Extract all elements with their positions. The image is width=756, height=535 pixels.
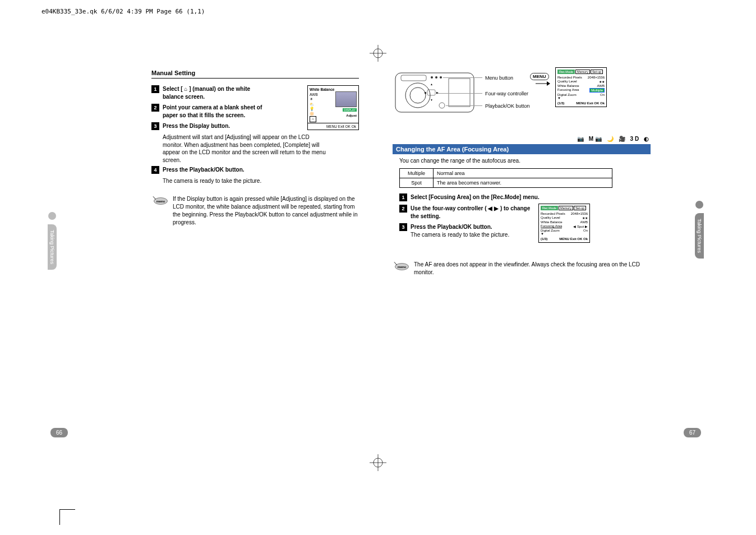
step-number-icon: 2 [399,205,407,213]
lcd-val: On [583,229,588,232]
svg-rect-8 [395,73,474,112]
step-text: Press the Playback/OK button. [411,224,492,230]
step-number-icon: 1 [399,193,407,201]
svg-text:memo: memo [156,199,165,202]
page-left: Taking Pictures Manual Setting White Bal… [101,67,359,421]
label-menu-button: Menu button [485,75,513,81]
lcd-key: Focusing Area [557,88,579,93]
step-number-icon: 3 [399,223,407,231]
tab: Rec.Mode [557,70,575,74]
lcd-hint: MENU Exit OK Ok [576,102,605,105]
registration-mark-bottom [370,454,386,471]
memo-text: The AF area does not appear in the viewf… [414,261,651,276]
cell: Multiple [400,169,434,178]
af-area-table: MultipleNormal area SpotThe area becomes… [399,168,612,188]
registration-mark-top [370,45,386,62]
cell: The area becomes narrower. [434,178,612,188]
tab: Set-up [574,206,586,210]
step-1: 1 Select [Focusing Area] on the [Rec.Mod… [399,193,651,201]
step-number-icon: 4 [151,166,159,174]
side-tab-label: Taking Pictures [697,219,702,253]
step-number-icon: 3 [151,122,159,130]
camera-illustration: ▲ ▼ ◀ ▶ [393,67,477,118]
step-text: Press the Playback/OK button. [163,167,245,173]
side-tab-label: Taking Pictures [49,230,55,264]
lcd-key: Focusing Area [541,224,562,228]
side-dot-icon [48,212,56,220]
page-spread: Taking Pictures Manual Setting White Bal… [101,67,651,421]
svg-rect-11 [449,79,470,107]
lcd-val: AWB [597,84,605,87]
memo-text: If the Display button is again pressed w… [173,195,359,227]
svg-rect-20 [427,90,435,95]
lcd-key: White Balance [541,220,563,224]
lcd-val: ◀ Spot ▶ [573,224,588,228]
tab: Memory [559,206,573,210]
step-1: 1 Select [ ⌂ ] (manual) on the white bal… [151,85,272,100]
lcd-val: ★★ [582,216,588,220]
step-text: Press the Display button. [163,123,230,129]
step-text: Select [Focusing Area] on the [Rec.Mode]… [411,194,540,200]
svg-point-13 [431,76,433,79]
tab: Rec.Mode [541,206,558,210]
lcd-hint: MENU Exit OK Ok [559,237,588,241]
memo-icon: memo [393,261,409,271]
lcd-key: Digital Zoom [557,93,577,96]
label-fourway: Four-way controller [485,91,528,96]
side-tab-left: Taking Pictures [48,224,57,270]
svg-text:▶: ▶ [436,91,439,94]
memo-block: memo If the Display button is again pres… [151,195,359,227]
svg-point-14 [435,76,437,79]
cell: Normal area [434,169,612,178]
wb-lcd-box: White Balance AWB ☀ ⛅ 💡 🔆 ⌂ DISPLAY Adju… [307,85,359,123]
step-3: 3 Press the Display button. [151,122,272,130]
step-3-sub: Adjustment will start and [Adjusting] wi… [163,133,331,164]
menu-pill: MENU [530,73,549,80]
label-playback: Playback/OK button [485,103,530,109]
camera-diagram: ▲ ▼ ◀ ▶ Menu button Four-way controller … [393,67,639,135]
memo-icon: memo [151,195,168,205]
lcd-val: On [600,93,605,96]
recmode-lcd-top: Rec.ModeMemorySet-up Recorded Pixels2048… [555,67,607,107]
lcd-val: ★★ [599,80,605,84]
wb-title: White Balance [310,87,357,91]
section-title: Manual Setting [151,70,359,79]
tab: Memory [575,70,590,74]
arrow-icon [536,81,550,86]
lcd-val-selected: Multiple [589,88,605,93]
lcd-page: (1/3) [557,102,564,105]
step-text: Select [ ⌂ ] (manual) on the white balan… [163,86,250,100]
recmode-lcd-bottom: Rec.ModeMemorySet-up Recorded Pixels2048… [538,204,590,243]
page-right: Taking Pictures ▲ ▼ ◀ ▶ Menu button Four [393,67,651,421]
wb-item-selected: ⌂ [310,116,316,122]
memo-block: memo The AF area does not appear in the … [393,261,651,276]
wb-adjust-label: Adjust [346,114,357,117]
step-sub: The camera is ready to take the picture. [411,232,509,238]
lcd-val: 2048×1536 [588,76,605,79]
lcd-key: Recorded Pixels [557,76,582,79]
section-banner: Changing the AF Area (Focusing Area) [393,144,651,154]
table-row: SpotThe area becomes narrower. [400,178,612,188]
side-tab-right: Taking Pictures [695,213,704,259]
lcd-key: Digital Zoom [541,229,560,232]
lcd-key: Quality Level [541,216,560,220]
svg-point-9 [405,83,430,108]
wb-display-label: DISPLAY [343,108,357,112]
step-text: Use the four-way controller ( ◀ ▶ ) to c… [411,205,530,219]
svg-text:memo: memo [398,265,406,269]
lcd-val: AWB [580,220,588,224]
svg-point-15 [440,76,442,79]
lcd-val: 2048×1536 [571,212,588,215]
step-4-sub: The camera is ready to take the picture. [163,177,359,185]
svg-rect-12 [401,75,426,81]
lcd-key: Quality Level [557,80,577,84]
intro-text: You can change the range of the autofocu… [399,158,651,164]
step-number-icon: 1 [151,85,159,93]
svg-text:▼: ▼ [430,98,433,102]
crop-mark-icon [53,502,75,525]
tab: Set-up [591,70,603,74]
svg-point-10 [410,87,426,103]
side-dot-icon [695,201,703,209]
print-header: e04KB335_33e.qk 6/6/02 4:39 PM Page 66 (… [42,8,205,15]
page-number: 67 [684,428,701,437]
